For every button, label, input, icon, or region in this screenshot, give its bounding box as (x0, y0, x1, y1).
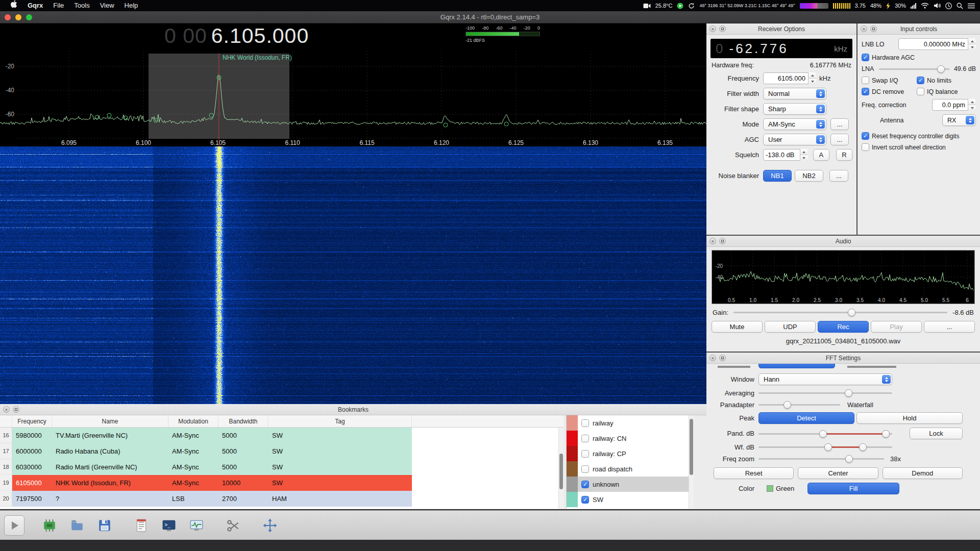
tag-checkbox[interactable] (581, 435, 589, 442)
configure-io-button[interactable] (38, 514, 61, 537)
cell-modulation[interactable]: AM-Sync (168, 459, 218, 475)
fft-demod-button[interactable]: Demod (883, 467, 963, 479)
iq-balance-checkbox[interactable] (917, 88, 924, 95)
cell-tag[interactable]: HAM (268, 491, 412, 507)
close-panel-icon[interactable]: × (709, 355, 716, 361)
cell-modulation[interactable]: AM-Sync (168, 475, 218, 491)
freq-zoom-slider[interactable] (758, 455, 884, 463)
battery-reading[interactable]: 30% (895, 3, 906, 9)
col-tag[interactable]: Tag (268, 415, 412, 427)
stepper-icon[interactable] (808, 72, 816, 84)
scrollbar-thumb[interactable] (690, 419, 693, 475)
reset-digits-checkbox[interactable] (862, 132, 869, 140)
cell-tag[interactable]: SW (268, 443, 412, 459)
bookmarks-toggle-button[interactable] (130, 514, 153, 537)
clock-icon[interactable] (945, 3, 952, 9)
squelch-reset-button[interactable]: R (836, 149, 852, 161)
squelch-input[interactable]: -138.0 dB (763, 149, 808, 161)
memory-reading[interactable]: 3.75 (855, 3, 866, 9)
spectrum-svg[interactable]: 6.0956.1006.1056.1106.1156.1206.1256.130… (0, 51, 706, 146)
stepper-icon[interactable] (800, 149, 808, 161)
disk-reading[interactable]: 48% (870, 3, 881, 9)
detach-panel-icon[interactable] (13, 406, 19, 413)
detach-panel-icon[interactable] (719, 26, 726, 32)
cell-modulation[interactable]: AM-Sync (168, 443, 218, 459)
cell-frequency[interactable]: 6105000 (12, 475, 52, 491)
iq-record-button[interactable] (185, 514, 208, 537)
temperature-reading[interactable]: 25.8°C (655, 3, 673, 9)
filter-shape-select[interactable]: Sharp (763, 103, 826, 115)
frequency-input[interactable]: 6105.000 (763, 72, 816, 84)
freq-correction-input[interactable]: 0.0 ppm (932, 99, 976, 111)
hardware-agc-checkbox[interactable] (862, 54, 869, 61)
detach-panel-icon[interactable] (870, 26, 877, 32)
table-row-selected[interactable]: 19 6105000 NHK World (Issodun, FR) AM-Sy… (0, 475, 564, 491)
squelch-auto-button[interactable]: A (813, 149, 829, 161)
nb2-button[interactable]: NB2 (795, 170, 823, 182)
cell-frequency[interactable]: 6030000 (12, 459, 52, 475)
mode-select[interactable]: AM-Sync (763, 118, 826, 130)
udp-button[interactable]: UDP (765, 321, 816, 333)
tag-checkbox[interactable] (581, 419, 589, 427)
tag-scrollbar[interactable] (689, 415, 694, 509)
detach-panel-icon[interactable] (719, 355, 726, 361)
table-row[interactable]: 20 7197500 ? LSB 2700 HAM (0, 491, 564, 507)
cell-name[interactable]: TV.Marti (Greenville NC) (52, 428, 168, 443)
tag-checkbox[interactable] (581, 496, 589, 504)
close-panel-icon[interactable]: × (3, 406, 10, 413)
spotlight-search-icon[interactable] (957, 3, 963, 9)
tag-row[interactable]: railway: CP (567, 446, 694, 461)
cell-modulation[interactable]: AM-Sync (168, 428, 218, 443)
fft-window-select[interactable]: Hann (758, 373, 892, 385)
menu-help[interactable]: Help (119, 0, 143, 11)
play-badge-icon[interactable] (677, 3, 683, 9)
cell-name[interactable]: ? (52, 491, 168, 507)
table-row[interactable]: 17 6000000 Radio Habana (Cuba) AM-Sync 5… (0, 443, 564, 459)
cell-bandwidth[interactable]: 5000 (218, 459, 268, 475)
tag-color-swatch[interactable] (567, 415, 578, 431)
audio-gain-slider[interactable] (733, 308, 947, 316)
filter-width-select[interactable]: Normal (763, 88, 826, 99)
lna-slider[interactable] (879, 65, 949, 73)
swap-iq-checkbox[interactable] (862, 77, 869, 84)
remote-control-button[interactable]: >_ (157, 514, 181, 537)
menu-file[interactable]: File (48, 0, 69, 11)
fft-reset-button[interactable]: Reset (714, 467, 794, 479)
cell-tag[interactable]: SW (268, 475, 412, 491)
pand-db-range-slider[interactable] (758, 430, 892, 438)
tag-color-swatch[interactable] (567, 461, 578, 477)
fft-center-button[interactable]: Center (798, 467, 878, 479)
menu-tools[interactable]: Tools (69, 0, 94, 11)
table-scrollbar[interactable] (558, 428, 564, 509)
memory-bars-icon[interactable] (833, 3, 850, 9)
cell-bandwidth[interactable]: 2700 (218, 491, 268, 507)
lnb-lo-input[interactable]: 0.000000 MHz (898, 38, 976, 50)
cell-name[interactable]: Radio Marti (Greenville NC) (52, 459, 168, 475)
tag-checkbox[interactable] (581, 465, 589, 473)
save-settings-button[interactable] (93, 514, 116, 537)
nb-options-button[interactable]: ... (829, 170, 848, 182)
averaging-slider[interactable] (758, 389, 892, 397)
menu-list-icon[interactable] (968, 3, 975, 9)
tuned-frequency-display[interactable]: 0 006.105.000 (164, 24, 309, 48)
close-panel-icon[interactable]: × (709, 26, 716, 32)
cell-bandwidth[interactable]: 5000 (218, 428, 268, 443)
channel-offset-display[interactable]: 0 -62.776 kHz (710, 39, 852, 58)
pand-lock-button[interactable]: Lock (910, 428, 963, 439)
peak-detect-button[interactable]: Detect (758, 412, 854, 424)
tag-color-swatch[interactable] (567, 431, 578, 446)
spectrum-plot[interactable]: 6.0956.1006.1056.1106.1156.1206.1256.130… (0, 51, 706, 146)
tag-color-swatch[interactable] (567, 492, 578, 507)
tag-checkbox[interactable] (581, 481, 589, 488)
cell-tag[interactable]: SW (268, 428, 412, 443)
no-limits-checkbox[interactable] (917, 77, 924, 84)
time-span-select-clipped[interactable] (758, 364, 835, 368)
tag-checkbox[interactable] (581, 450, 589, 458)
wifi-icon[interactable] (921, 3, 929, 9)
table-row[interactable]: 18 6030000 Radio Marti (Greenville NC) A… (0, 459, 564, 475)
cell-frequency[interactable]: 5980000 (12, 428, 52, 443)
agc-options-button[interactable]: ... (830, 134, 849, 145)
stepper-icon[interactable] (968, 99, 976, 111)
detach-panel-icon[interactable] (719, 238, 726, 244)
load-settings-button[interactable] (65, 514, 89, 537)
